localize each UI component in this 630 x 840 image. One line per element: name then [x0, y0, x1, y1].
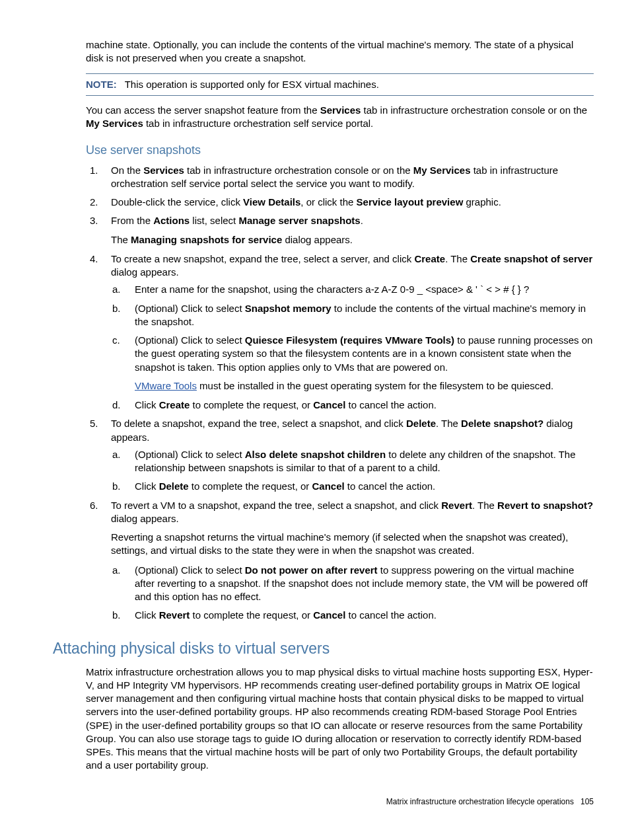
footer-text: Matrix infrastructure orchestration life…	[386, 797, 574, 806]
step-4: To create a new snapshot, expand the tre…	[86, 252, 594, 412]
step-4c-note: VMware Tools must be installed in the gu…	[135, 379, 594, 393]
step-5-sublist: (Optional) Click to select Also delete s…	[111, 448, 594, 494]
page-footer: Matrix infrastructure orchestration life…	[36, 796, 594, 807]
note-label: NOTE:	[86, 79, 117, 90]
heading-use-server-snapshots: Use server snapshots	[86, 142, 594, 158]
step-4c: (Optional) Click to select Quiesce Files…	[111, 334, 594, 393]
step-6-sublist: (Optional) Click to select Do not power …	[111, 564, 594, 623]
vmware-tools-link[interactable]: VMware Tools	[135, 380, 197, 391]
step-1: On the Services tab in infrastructure or…	[86, 164, 594, 191]
note-text: This operation is supported only for ESX…	[125, 79, 379, 90]
steps-list: On the Services tab in infrastructure or…	[86, 164, 594, 623]
step-5: To delete a snapshot, expand the tree, s…	[86, 417, 594, 493]
step-2: Double-click the service, click View Det…	[86, 196, 594, 209]
attach-paragraph: Matrix infrastructure orchestration allo…	[86, 666, 594, 773]
step-3-sub: The Managing snapshots for service dialo…	[111, 233, 594, 247]
step-3: From the Actions list, select Manage ser…	[86, 214, 594, 247]
footer-page: 105	[580, 797, 594, 806]
step-4b: (Optional) Click to select Snapshot memo…	[111, 302, 594, 329]
step-6-sub: Reverting a snapshot returns the virtual…	[111, 531, 594, 558]
step-6: To revert a VM to a snapshot, expand the…	[86, 499, 594, 623]
step-4a: Enter a name for the snapshot, using the…	[111, 283, 594, 296]
step-4d: Click Create to complete the request, or…	[111, 399, 594, 412]
access-paragraph: You can access the server snapshot featu…	[86, 104, 594, 131]
heading-attaching-disks: Attaching physical disks to virtual serv…	[53, 638, 594, 659]
step-6b: Click Revert to complete the request, or…	[111, 609, 594, 622]
step-4-sublist: Enter a name for the snapshot, using the…	[111, 283, 594, 412]
intro-paragraph: machine state. Optionally, you can inclu…	[86, 38, 594, 65]
note-box: NOTE:This operation is supported only fo…	[86, 73, 594, 96]
step-5b: Click Delete to complete the request, or…	[111, 480, 594, 493]
step-6a: (Optional) Click to select Do not power …	[111, 564, 594, 604]
step-5a: (Optional) Click to select Also delete s…	[111, 448, 594, 475]
